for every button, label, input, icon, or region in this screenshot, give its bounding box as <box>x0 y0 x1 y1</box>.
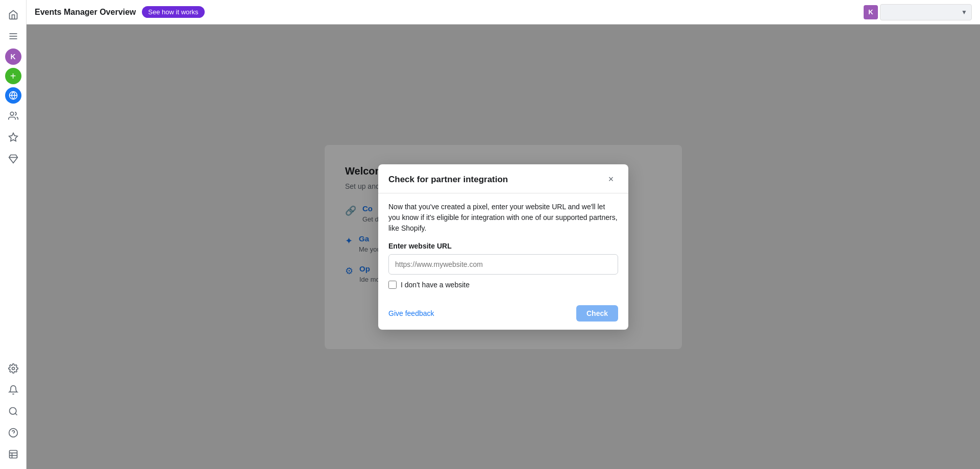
no-website-label[interactable]: I don't have a website <box>401 281 470 289</box>
topbar-right-section: K ▼ <box>864 4 972 20</box>
sidebar: K + <box>0 0 27 469</box>
check-button[interactable]: Check <box>576 305 618 322</box>
sidebar-document-icon[interactable] <box>4 445 22 463</box>
svg-marker-6 <box>9 133 17 141</box>
no-website-row: I don't have a website <box>388 281 618 289</box>
sidebar-user-avatar[interactable]: K <box>5 48 21 65</box>
topbar-dropdown-arrow: ▼ <box>961 9 967 16</box>
sidebar-bell-icon[interactable] <box>4 381 22 399</box>
sidebar-gear-icon[interactable] <box>4 359 22 378</box>
topbar-account-badge[interactable]: K <box>864 5 878 19</box>
see-how-it-works-button[interactable]: See how it works <box>142 6 204 18</box>
main-area: Events Manager Overview See how it works… <box>27 0 980 469</box>
modal-description: Now that you've created a pixel, enter y… <box>388 202 618 234</box>
modal-title: Check for partner integration <box>388 175 508 185</box>
topbar-account-dropdown[interactable]: ▼ <box>880 4 972 20</box>
modal-footer: Give feedback Check <box>378 299 628 330</box>
sidebar-bottom-section <box>4 358 22 465</box>
svg-line-9 <box>15 413 17 415</box>
sidebar-help-icon[interactable] <box>4 424 22 442</box>
modal-overlay: Check for partner integration × Now that… <box>27 24 980 469</box>
svg-point-5 <box>10 112 14 116</box>
no-website-checkbox[interactable] <box>388 281 397 289</box>
svg-point-7 <box>12 367 14 370</box>
sidebar-home-icon[interactable] <box>4 6 22 24</box>
svg-rect-12 <box>9 451 17 458</box>
sidebar-diamond-icon[interactable] <box>4 150 22 168</box>
modal-body: Now that you've created a pixel, enter y… <box>378 193 628 299</box>
topbar: Events Manager Overview See how it works… <box>27 0 980 24</box>
modal-header: Check for partner integration × <box>378 164 628 193</box>
sidebar-menu-icon[interactable] <box>4 27 22 45</box>
partner-integration-modal: Check for partner integration × Now that… <box>378 164 628 330</box>
modal-close-button[interactable]: × <box>604 172 618 187</box>
sidebar-search-icon[interactable] <box>4 402 22 421</box>
sidebar-add-button[interactable]: + <box>5 68 21 84</box>
sidebar-globe-icon[interactable] <box>5 87 21 104</box>
url-label: Enter website URL <box>388 242 618 250</box>
website-url-input[interactable] <box>388 254 618 275</box>
page-title: Events Manager Overview <box>35 8 136 17</box>
sidebar-people-icon[interactable] <box>4 107 22 125</box>
give-feedback-link[interactable]: Give feedback <box>388 309 434 317</box>
svg-point-8 <box>9 408 16 414</box>
content-area: Welcome to Events Manager Set up and man… <box>27 24 980 469</box>
sidebar-star-icon[interactable] <box>4 128 22 146</box>
